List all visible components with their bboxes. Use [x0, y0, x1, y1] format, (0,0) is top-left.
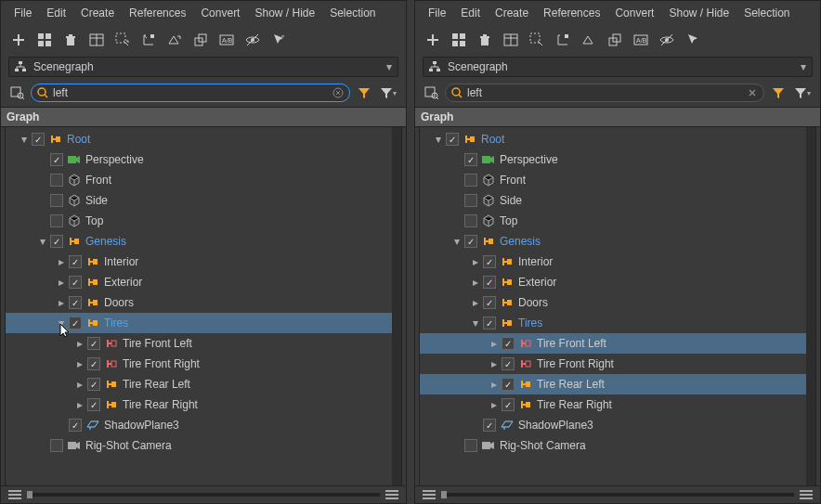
tree-row[interactable]: ▸ Doors [6, 292, 392, 313]
tree-row[interactable]: ShadowPlane3 [420, 415, 806, 435]
menu-showhide[interactable]: Show / Hide [661, 4, 736, 22]
menu-edit[interactable]: Edit [453, 4, 488, 22]
scrollbar[interactable] [392, 127, 401, 485]
tree-row[interactable]: ▸ Exterior [420, 272, 806, 292]
menu-file[interactable]: File [7, 4, 39, 22]
visibility-checkbox[interactable] [32, 133, 45, 146]
menu-references[interactable]: References [122, 4, 193, 22]
filter-icon[interactable]: ▾ [378, 83, 398, 103]
trash-icon[interactable] [60, 30, 81, 50]
filter-icon[interactable]: ▾ [792, 83, 813, 103]
tree[interactable]: ▾ Root Perspective Front Side To [420, 127, 806, 485]
tree-row[interactable]: Perspective [420, 149, 806, 170]
tree-row[interactable]: ▸ Tire Rear Left [6, 374, 392, 394]
expander-icon[interactable]: ▸ [470, 276, 481, 289]
expander-icon[interactable]: ▸ [489, 357, 500, 370]
tree-row-genesis[interactable]: ▾ Genesis [420, 231, 806, 252]
pointer-icon[interactable] [268, 30, 289, 50]
visibility-checkbox[interactable] [464, 194, 477, 207]
transform3-icon[interactable] [605, 30, 625, 50]
tree-row[interactable]: Side [420, 190, 806, 211]
search-scope-icon[interactable] [8, 85, 27, 100]
expander-icon[interactable]: ▾ [451, 235, 463, 248]
search-input[interactable] [445, 84, 764, 102]
menu-references[interactable]: References [536, 4, 607, 22]
expander-icon[interactable]: ▸ [470, 255, 481, 268]
expander-icon[interactable]: ▾ [19, 133, 30, 146]
expander-icon[interactable]: ▸ [74, 357, 85, 370]
transform1-icon[interactable] [138, 30, 159, 50]
visibility-checkbox[interactable] [50, 174, 63, 187]
ab-icon[interactable]: A/B [631, 30, 651, 50]
search-input[interactable] [31, 84, 350, 102]
search-field[interactable] [464, 86, 747, 99]
tree-row[interactable]: ShadowPlane3 [6, 415, 392, 435]
tree-row[interactable]: Perspective [6, 149, 392, 170]
eye-off-icon[interactable] [242, 30, 263, 50]
tree-row-match[interactable]: ▸ Tire Rear Left [420, 374, 806, 394]
tree-row[interactable]: ▸ Exterior [6, 272, 392, 292]
visibility-checkbox[interactable] [69, 419, 82, 432]
visibility-checkbox[interactable] [502, 337, 515, 350]
expander-icon[interactable]: ▸ [489, 378, 500, 391]
menu-file[interactable]: File [421, 4, 453, 22]
select-icon[interactable] [527, 30, 547, 50]
menu-showhide[interactable]: Show / Hide [247, 4, 322, 22]
tree-row-tires[interactable]: ▾ Tires [6, 313, 392, 333]
table-icon[interactable] [86, 30, 107, 50]
visibility-checkbox[interactable] [464, 174, 477, 187]
tree-row[interactable]: ▸ Interior [420, 252, 806, 272]
tree-row[interactable]: ▸ Interior [6, 252, 392, 272]
menu-create[interactable]: Create [488, 4, 536, 22]
visibility-checkbox[interactable] [502, 398, 515, 411]
tree-row[interactable]: Front [420, 170, 806, 190]
visibility-checkbox[interactable] [69, 276, 82, 289]
tree-row[interactable]: Rig-Shot Camera [6, 435, 392, 456]
transform3-icon[interactable] [190, 30, 211, 50]
expander-icon[interactable]: ▾ [470, 317, 481, 330]
search-field[interactable] [50, 86, 332, 99]
expander-icon[interactable]: ▸ [56, 276, 67, 289]
menu-convert[interactable]: Convert [193, 4, 247, 22]
eye-off-icon[interactable] [657, 30, 677, 50]
grid-icon[interactable] [34, 30, 55, 50]
visibility-checkbox[interactable] [50, 214, 63, 227]
clear-search-icon[interactable] [747, 87, 758, 98]
tree-row[interactable]: Top [6, 211, 392, 231]
visibility-checkbox[interactable] [483, 296, 496, 309]
clear-search-icon[interactable] [332, 87, 344, 98]
scenegraph-combo[interactable]: Scenegraph ▾ [423, 57, 813, 77]
tree-row[interactable]: ▸ Doors [420, 292, 806, 313]
visibility-checkbox[interactable] [483, 276, 496, 289]
menu-selection[interactable]: Selection [322, 4, 383, 22]
scrollbar[interactable] [806, 127, 815, 485]
add-icon[interactable] [8, 30, 29, 50]
tree[interactable]: ▾ Root Perspective Front Side To [6, 127, 392, 485]
visibility-checkbox[interactable] [464, 153, 477, 166]
tree-row[interactable]: Side [6, 190, 392, 211]
table-icon[interactable] [501, 30, 521, 50]
visibility-checkbox[interactable] [87, 357, 100, 370]
visibility-checkbox[interactable] [50, 153, 63, 166]
ab-icon[interactable]: A/B [216, 30, 237, 50]
visibility-checkbox[interactable] [87, 337, 100, 350]
visibility-checkbox[interactable] [446, 133, 459, 146]
transform2-icon[interactable] [579, 30, 599, 50]
tree-row[interactable]: Rig-Shot Camera [420, 435, 806, 456]
visibility-checkbox[interactable] [50, 439, 63, 452]
expander-icon[interactable]: ▸ [489, 398, 500, 411]
scenegraph-combo[interactable]: Scenegraph ▾ [8, 57, 398, 77]
menu-create[interactable]: Create [73, 4, 122, 22]
tree-row-genesis[interactable]: ▾ Genesis [6, 231, 392, 252]
tree-row[interactable]: Top [420, 211, 806, 231]
expander-icon[interactable]: ▸ [56, 296, 67, 309]
visibility-checkbox[interactable] [50, 235, 63, 248]
visibility-checkbox[interactable] [50, 194, 63, 207]
visibility-checkbox[interactable] [69, 296, 82, 309]
tree-row-root[interactable]: ▾ Root [420, 129, 806, 149]
tree-row[interactable]: ▸ Tire Front Right [6, 354, 392, 374]
filter-active-icon[interactable] [354, 83, 374, 103]
pointer-icon[interactable] [683, 30, 703, 50]
expander-icon[interactable]: ▾ [37, 235, 48, 248]
visibility-checkbox[interactable] [502, 357, 515, 370]
